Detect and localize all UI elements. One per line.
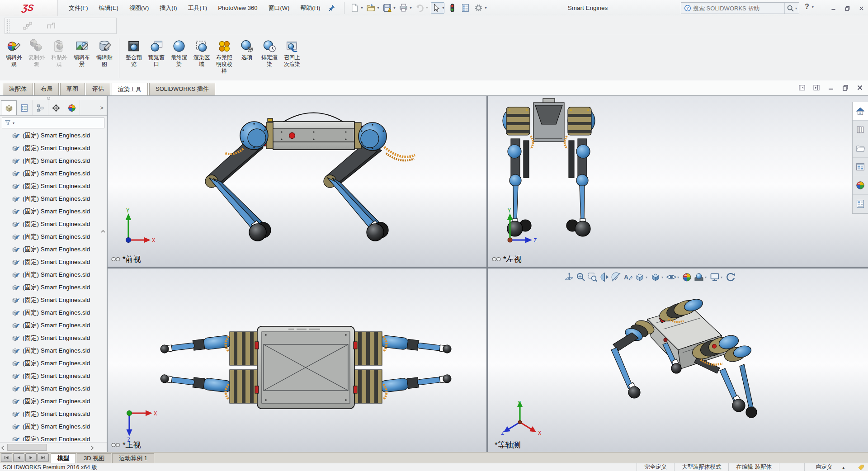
- task-pane-tab[interactable]: [853, 139, 868, 158]
- tree-item[interactable]: (固定) Smart Engines.sld: [0, 180, 107, 193]
- document-tab[interactable]: 运动算例 1: [112, 453, 154, 463]
- view-tool-button[interactable]: [622, 271, 634, 283]
- tree-item[interactable]: (固定) Smart Engines.sld: [0, 294, 107, 306]
- panel-tab[interactable]: [33, 100, 48, 115]
- viewport-window-button[interactable]: [798, 84, 806, 91]
- view-tool-button[interactable]: [563, 271, 575, 283]
- viewport-window-button[interactable]: [842, 84, 849, 91]
- viewport-top[interactable]: X Z *上视: [108, 268, 486, 452]
- tree-item[interactable]: (固定) Smart Engines.sld: [0, 420, 107, 433]
- tab-nav-button[interactable]: [13, 453, 24, 462]
- view-tool-button[interactable]: [681, 271, 693, 283]
- dropdown-caret-icon[interactable]: ▾: [646, 275, 647, 279]
- tree-item[interactable]: (固定) Smart Engines.sld: [0, 319, 107, 332]
- viewport-window-button[interactable]: [856, 84, 863, 91]
- tree-item[interactable]: (固定) Smart Engines.sld: [0, 155, 107, 167]
- ribbon-button[interactable]: 召回上 次渲染: [281, 38, 303, 75]
- view-tool-button[interactable]: [610, 271, 622, 283]
- ribbon-button[interactable]: 预览窗 口: [145, 38, 168, 75]
- dropdown-caret-icon[interactable]: ▾: [661, 275, 663, 279]
- ribbon-button[interactable]: 渲染区 域: [190, 38, 213, 75]
- toolbar-drag-handle[interactable]: [6, 19, 9, 33]
- scroll-left-icon[interactable]: [1, 445, 5, 451]
- quick-tool-button[interactable]: ▾: [349, 2, 363, 14]
- dropdown-caret-icon[interactable]: ▾: [426, 6, 428, 10]
- help-button[interactable]: ?▾: [805, 3, 814, 11]
- menu-item[interactable]: PhotoView 360: [212, 0, 263, 16]
- tree-item[interactable]: (固定) Smart Engines.sld: [0, 332, 107, 344]
- tree-item[interactable]: (固定) Smart Engines.sld: [0, 382, 107, 395]
- dropdown-caret-icon[interactable]: ▾: [721, 275, 722, 279]
- quick-tool-button[interactable]: ▾: [473, 2, 487, 14]
- tree-item[interactable]: (固定) Smart Engines.sld: [0, 408, 107, 420]
- dropdown-caret-icon[interactable]: ▾: [812, 5, 814, 9]
- panel-tab[interactable]: [1, 100, 17, 115]
- panel-tab[interactable]: [17, 100, 33, 115]
- quick-tool-button[interactable]: [447, 2, 458, 14]
- ribbon-button[interactable]: 编辑外 观: [3, 38, 25, 68]
- ribbon-tab[interactable]: 草图: [60, 83, 85, 95]
- menu-item[interactable]: 插入(I): [154, 0, 182, 16]
- task-pane-tab[interactable]: [853, 195, 868, 213]
- dropdown-caret-icon[interactable]: ▾: [410, 6, 411, 10]
- panel-splitter[interactable]: [0, 96, 107, 100]
- view-tool-button[interactable]: [725, 271, 736, 283]
- dropdown-caret-icon[interactable]: ▾: [393, 6, 395, 10]
- scroll-right-icon[interactable]: [90, 445, 94, 451]
- task-pane-tab[interactable]: [853, 121, 868, 139]
- viewport-front[interactable]: Y X *前视: [108, 96, 486, 267]
- tree-horizontal-scrollbar[interactable]: [0, 442, 107, 452]
- ribbon-tab[interactable]: 装配体: [3, 83, 33, 95]
- viewport-left[interactable]: Y Z *左视: [488, 96, 868, 267]
- pin-icon[interactable]: [328, 4, 336, 12]
- viewport-isometric[interactable]: ▾ ▾ ▾: [488, 268, 868, 452]
- robot-model-left-view[interactable]: [488, 96, 868, 267]
- scroll-up-icon[interactable]: [100, 230, 106, 233]
- tree-item[interactable]: (固定) Smart Engines.sld: [0, 370, 107, 382]
- quick-tool-button[interactable]: ▾: [431, 2, 444, 14]
- panel-tab[interactable]: [64, 100, 80, 115]
- tree-item[interactable]: (固定) Smart Engines.sld: [0, 306, 107, 319]
- assembly-tool-button[interactable]: [46, 20, 57, 31]
- tree-item[interactable]: (固定) Smart Engines.sld: [0, 243, 107, 256]
- dropdown-caret-icon[interactable]: ▾: [442, 6, 444, 10]
- task-pane-tab[interactable]: [853, 176, 868, 195]
- restore-button[interactable]: [844, 5, 850, 11]
- menu-item[interactable]: 编辑(E): [94, 0, 124, 16]
- tab-nav-button[interactable]: [1, 453, 12, 462]
- ribbon-button[interactable]: 复制外 观: [25, 38, 48, 68]
- close-button[interactable]: [859, 5, 864, 11]
- dropdown-caret-icon[interactable]: ▾: [677, 275, 679, 279]
- view-tool-button[interactable]: ▾: [650, 271, 665, 283]
- tree-item[interactable]: (固定) Smart Engines.sld: [0, 167, 107, 180]
- document-tab[interactable]: 3D 视图: [77, 453, 111, 463]
- dropdown-caret-icon[interactable]: ▾: [377, 6, 379, 10]
- ribbon-button[interactable]: 编辑布 景: [71, 38, 93, 68]
- tree-item[interactable]: (固定) Smart Engines.sld: [0, 231, 107, 243]
- status-custom-dropdown[interactable]: 自定义 ▴: [804, 463, 849, 471]
- splitter-handle[interactable]: [47, 97, 50, 100]
- ribbon-tab[interactable]: 渲染工具: [112, 83, 148, 95]
- robot-model-front-view[interactable]: [108, 96, 486, 267]
- view-tool-button[interactable]: [575, 271, 587, 283]
- minimize-button[interactable]: [830, 5, 836, 11]
- dropdown-caret-icon[interactable]: ▾: [485, 6, 486, 10]
- tree-item[interactable]: (固定) Smart Engines.sld: [0, 256, 107, 268]
- dropdown-caret-icon[interactable]: ▾: [705, 275, 707, 279]
- tab-nav-button[interactable]: [25, 453, 37, 462]
- tree-item[interactable]: (固定) Smart Engines.sld: [0, 142, 107, 155]
- ribbon-button[interactable]: 最终渲 染: [168, 38, 190, 75]
- tree-item[interactable]: (固定) Smart Engines.sld: [0, 281, 107, 294]
- ribbon-button[interactable]: 布景照 明度校 样: [213, 38, 236, 75]
- tree-item[interactable]: (固定) Smart Engines.sld: [0, 129, 107, 142]
- menu-item[interactable]: 工具(T): [183, 0, 213, 16]
- task-pane-tab[interactable]: [853, 102, 868, 121]
- quick-tool-button[interactable]: ▾: [398, 2, 412, 14]
- quick-tool-button[interactable]: ▾: [382, 2, 396, 14]
- assembly-tool-button[interactable]: [22, 20, 33, 31]
- ribbon-button[interactable]: 整合预 览: [123, 38, 145, 75]
- ribbon-tab[interactable]: 评估: [86, 83, 110, 95]
- viewport-window-button[interactable]: [827, 84, 835, 91]
- task-pane-tab[interactable]: [853, 158, 868, 176]
- tree-item[interactable]: (固定) Smart Engines.sld: [0, 357, 107, 370]
